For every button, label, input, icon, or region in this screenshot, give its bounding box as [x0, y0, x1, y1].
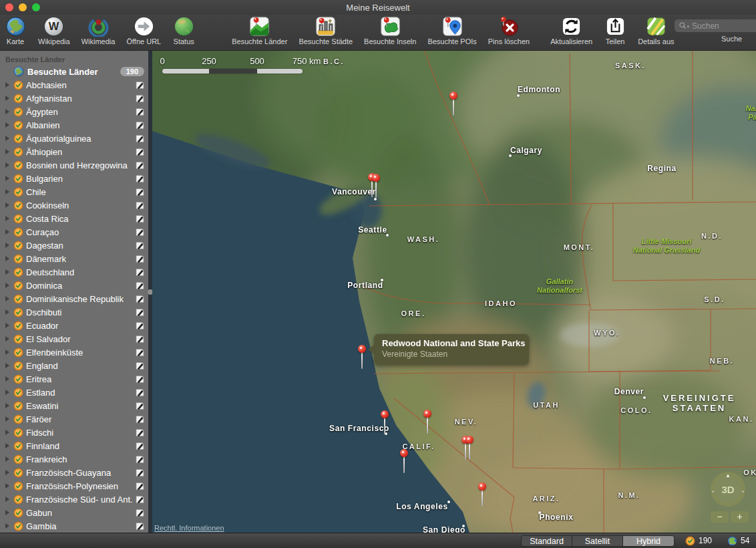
map-pin[interactable] — [478, 483, 486, 509]
sidebar-root-item[interactable]: Besuchte Länder 190 — [0, 65, 148, 78]
disclosure-triangle-icon[interactable] — [5, 309, 9, 315]
map-pin[interactable] — [423, 410, 431, 436]
disclosure-triangle-icon[interactable] — [5, 176, 9, 181]
sidebar-country-row[interactable]: Bulgarien — [0, 172, 148, 185]
sidebar-country-row[interactable]: Dänemark — [0, 252, 148, 265]
disclosure-triangle-icon[interactable] — [5, 149, 9, 154]
sidebar-country-row[interactable]: Curaçao — [0, 225, 148, 239]
toolbar-besuchte-laender[interactable]: Besuchte Länder — [232, 16, 287, 45]
sidebar-country-row[interactable]: Cookinseln — [0, 198, 148, 212]
disclosure-triangle-icon[interactable] — [5, 269, 9, 275]
disclosure-triangle-icon[interactable] — [5, 523, 9, 529]
edit-button[interactable] — [135, 227, 145, 237]
toolbar-wikimedia[interactable]: Wikimedia — [81, 16, 116, 45]
edit-button[interactable] — [135, 361, 145, 371]
disclosure-triangle-icon[interactable] — [5, 256, 9, 261]
toolbar-besuchte-staedte[interactable]: Besuchte Städte — [299, 16, 353, 45]
sidebar-country-row[interactable]: El Salvador — [0, 332, 148, 346]
disclosure-triangle-icon[interactable] — [5, 216, 9, 221]
toolbar-oeffne-url[interactable]: Öffne URL — [126, 16, 161, 45]
edit-button[interactable] — [135, 348, 145, 358]
toolbar-besuchte-pois[interactable]: Besuchte POIs — [427, 16, 476, 45]
map-pin[interactable] — [358, 345, 366, 372]
edit-button[interactable] — [135, 508, 145, 518]
minimize-window-button[interactable] — [19, 3, 27, 11]
disclosure-triangle-icon[interactable] — [5, 136, 9, 141]
sidebar-country-row[interactable]: Fidschi — [0, 426, 148, 439]
edit-button[interactable] — [135, 80, 145, 90]
sidebar-country-row[interactable]: Bosnien und Herzegowina — [0, 158, 148, 172]
edit-button[interactable] — [135, 321, 145, 331]
map-pin[interactable] — [372, 174, 380, 200]
edit-button[interactable] — [135, 254, 145, 264]
fullscreen-window-button[interactable] — [32, 3, 40, 11]
edit-button[interactable] — [135, 294, 145, 304]
edit-button[interactable] — [135, 495, 145, 505]
edit-button[interactable] — [135, 107, 145, 117]
disclosure-triangle-icon[interactable] — [5, 109, 9, 114]
sidebar-country-row[interactable]: Dominica — [0, 279, 148, 292]
toolbar-wikipedia[interactable]: WWikipedia — [38, 16, 70, 45]
disclosure-triangle-icon[interactable] — [5, 243, 9, 248]
disclosure-triangle-icon[interactable] — [5, 390, 9, 395]
edit-button[interactable] — [135, 281, 145, 291]
disclosure-triangle-icon[interactable] — [5, 456, 9, 462]
disclosure-triangle-icon[interactable] — [5, 416, 9, 422]
map-pin[interactable] — [465, 436, 474, 462]
disclosure-triangle-icon[interactable] — [5, 336, 9, 341]
edit-button[interactable] — [135, 428, 145, 438]
sidebar-country-row[interactable]: Färöer — [0, 412, 148, 426]
sidebar-country-row[interactable]: Dschibuti — [0, 305, 148, 319]
sidebar-country-row[interactable]: Afghanistan — [0, 92, 148, 105]
disclosure-triangle-icon[interactable] — [5, 470, 9, 475]
search-field[interactable]: ▾ — [675, 19, 756, 32]
edit-button[interactable] — [135, 388, 145, 398]
disclosure-triangle-icon[interactable] — [5, 376, 9, 382]
sidebar-country-row[interactable]: Finnland — [0, 439, 148, 452]
zoom-out-button[interactable]: − — [711, 511, 729, 523]
sidebar-country-row[interactable]: Estland — [0, 386, 148, 399]
sidebar-country-row[interactable]: Eritrea — [0, 372, 148, 386]
disclosure-triangle-icon[interactable] — [5, 82, 9, 88]
edit-button[interactable] — [135, 187, 145, 197]
sidebar-country-row[interactable]: Elfenbeinküste — [0, 346, 148, 359]
edit-button[interactable] — [135, 334, 145, 344]
disclosure-triangle-icon[interactable] — [5, 229, 9, 235]
sidebar-country-row[interactable]: Costa Rica — [0, 212, 148, 225]
disclosure-triangle-icon[interactable] — [5, 430, 9, 435]
edit-button[interactable] — [135, 307, 145, 317]
sidebar-country-row[interactable]: Abchasien — [0, 78, 148, 92]
map-3d-control[interactable]: ▲ - 3D - — [711, 472, 745, 507]
sidebar-country-row[interactable]: Französisch-Polynesien — [0, 479, 148, 493]
sidebar-country-row[interactable]: Französische Süd- und Ant... — [0, 493, 148, 506]
map-mode-satellit[interactable]: Satellit — [572, 536, 623, 546]
disclosure-triangle-icon[interactable] — [5, 403, 9, 408]
sidebar-country-row[interactable]: Chile — [0, 185, 148, 198]
disclosure-triangle-icon[interactable] — [5, 202, 9, 208]
edit-button[interactable] — [135, 160, 145, 170]
toolbar-besuchte-inseln[interactable]: Besuchte Inseln — [364, 16, 416, 45]
legal-link[interactable]: Rechtl. Informationen — [154, 524, 224, 532]
sidebar-country-row[interactable]: Dominikanische Republik — [0, 292, 148, 305]
map-mode-standard[interactable]: Standard — [522, 536, 572, 546]
zoom-in-button[interactable]: + — [731, 511, 749, 523]
map-pin[interactable] — [400, 449, 408, 476]
edit-button[interactable] — [135, 481, 145, 491]
map-view[interactable]: 0250500750 km B.C.SASK.EdmontonNan PaCal… — [152, 51, 756, 533]
sidebar-country-row[interactable]: Gabun — [0, 506, 148, 519]
sidebar-country-row[interactable]: Äquatorialguinea — [0, 132, 148, 145]
edit-button[interactable] — [135, 134, 145, 144]
map-pin[interactable] — [381, 410, 389, 437]
disclosure-triangle-icon[interactable] — [5, 296, 9, 301]
edit-button[interactable] — [135, 414, 145, 424]
edit-button[interactable] — [135, 174, 145, 184]
sidebar-country-row[interactable]: Ecuador — [0, 319, 148, 332]
edit-button[interactable] — [135, 441, 145, 451]
disclosure-triangle-icon[interactable] — [5, 363, 9, 368]
toolbar-details-aus[interactable]: Details aus — [638, 16, 674, 45]
disclosure-triangle-icon[interactable] — [5, 122, 9, 128]
disclosure-triangle-icon[interactable] — [5, 350, 9, 355]
sidebar-country-row[interactable]: Französisch-Guayana — [0, 466, 148, 479]
edit-button[interactable] — [135, 241, 145, 251]
search-input[interactable] — [691, 21, 756, 31]
